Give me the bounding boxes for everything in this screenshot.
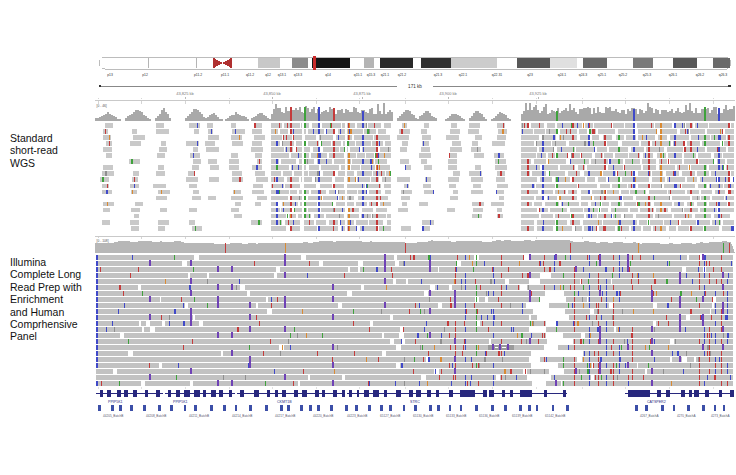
read[interactable] xyxy=(103,208,110,213)
read[interactable] xyxy=(189,184,197,189)
read[interactable] xyxy=(521,153,536,158)
read[interactable] xyxy=(687,202,694,207)
read[interactable] xyxy=(404,184,409,189)
bed-feature[interactable] xyxy=(184,405,187,411)
read[interactable] xyxy=(618,129,635,134)
read[interactable] xyxy=(315,177,332,182)
read[interactable] xyxy=(271,190,289,195)
read[interactable] xyxy=(475,135,482,140)
read[interactable] xyxy=(312,123,320,128)
read[interactable] xyxy=(96,291,545,296)
read[interactable] xyxy=(193,190,199,195)
read[interactable] xyxy=(401,196,410,201)
read[interactable] xyxy=(572,214,583,219)
read[interactable] xyxy=(235,202,242,207)
read[interactable] xyxy=(105,123,114,128)
read[interactable] xyxy=(471,147,481,152)
read[interactable] xyxy=(334,184,344,189)
read[interactable] xyxy=(600,184,610,189)
read[interactable] xyxy=(552,141,566,146)
read[interactable] xyxy=(424,190,435,195)
read[interactable] xyxy=(157,153,165,158)
bed-feature[interactable] xyxy=(475,405,478,411)
read[interactable] xyxy=(469,123,480,128)
view-region-marker[interactable] xyxy=(313,56,316,70)
bed-feature[interactable] xyxy=(223,405,226,411)
read[interactable] xyxy=(608,177,620,182)
bed-feature[interactable] xyxy=(280,405,283,411)
read[interactable] xyxy=(521,214,539,219)
read[interactable] xyxy=(131,208,140,213)
read[interactable] xyxy=(655,123,671,128)
read[interactable] xyxy=(580,135,589,140)
read[interactable] xyxy=(611,202,622,207)
bed-feature[interactable] xyxy=(437,405,440,411)
read[interactable] xyxy=(158,165,164,170)
read[interactable] xyxy=(387,220,391,225)
read[interactable] xyxy=(400,147,406,152)
read[interactable] xyxy=(498,129,507,134)
read[interactable] xyxy=(731,123,734,128)
read[interactable] xyxy=(604,153,613,158)
read[interactable] xyxy=(697,171,709,176)
read[interactable] xyxy=(714,214,730,219)
read[interactable] xyxy=(362,208,372,213)
bed-feature[interactable] xyxy=(491,405,494,411)
read[interactable] xyxy=(570,220,580,225)
read[interactable] xyxy=(584,208,598,213)
read[interactable] xyxy=(397,177,410,182)
read[interactable] xyxy=(491,202,503,207)
read[interactable] xyxy=(323,196,338,201)
read[interactable] xyxy=(421,129,426,134)
read[interactable] xyxy=(601,208,609,213)
read[interactable] xyxy=(160,208,166,213)
bed-feature[interactable] xyxy=(300,405,303,411)
read[interactable] xyxy=(637,123,653,128)
read[interactable] xyxy=(446,135,459,140)
read[interactable] xyxy=(364,129,376,134)
read[interactable] xyxy=(305,135,316,140)
read[interactable] xyxy=(96,297,540,302)
read[interactable] xyxy=(369,202,378,207)
read[interactable] xyxy=(397,135,409,140)
read[interactable] xyxy=(271,165,289,170)
read[interactable] xyxy=(206,147,219,152)
read[interactable] xyxy=(326,214,344,219)
read[interactable] xyxy=(471,177,483,182)
read[interactable] xyxy=(547,123,555,128)
read[interactable] xyxy=(271,159,279,164)
read[interactable] xyxy=(285,220,299,225)
read[interactable] xyxy=(497,184,508,189)
read[interactable] xyxy=(378,129,386,134)
read[interactable] xyxy=(598,129,615,134)
read[interactable] xyxy=(316,220,326,225)
read[interactable] xyxy=(357,153,364,158)
read[interactable] xyxy=(555,214,570,219)
bed-feature[interactable] xyxy=(287,405,290,411)
read[interactable] xyxy=(96,369,549,374)
read[interactable] xyxy=(450,129,460,134)
bed-feature[interactable] xyxy=(355,405,358,411)
read[interactable] xyxy=(299,159,314,164)
read[interactable] xyxy=(135,202,143,207)
read[interactable] xyxy=(727,135,734,140)
read[interactable] xyxy=(638,129,656,134)
read[interactable] xyxy=(232,141,243,146)
read[interactable] xyxy=(271,153,289,158)
read[interactable] xyxy=(271,141,280,146)
read[interactable] xyxy=(709,184,723,189)
read[interactable] xyxy=(727,159,734,164)
read[interactable] xyxy=(289,214,296,219)
read[interactable] xyxy=(682,171,695,176)
read[interactable] xyxy=(280,129,288,134)
bed-feature[interactable] xyxy=(194,405,197,411)
bed-feature[interactable] xyxy=(723,405,726,411)
read[interactable] xyxy=(271,123,282,128)
bed-track[interactable]: 44205_BatchB44208_BatchB44211_BatchB4421… xyxy=(98,405,731,418)
read[interactable] xyxy=(374,135,390,140)
read[interactable] xyxy=(660,129,677,134)
read[interactable] xyxy=(419,202,428,207)
read[interactable] xyxy=(682,184,695,189)
read[interactable] xyxy=(234,214,242,219)
read[interactable] xyxy=(189,208,197,213)
